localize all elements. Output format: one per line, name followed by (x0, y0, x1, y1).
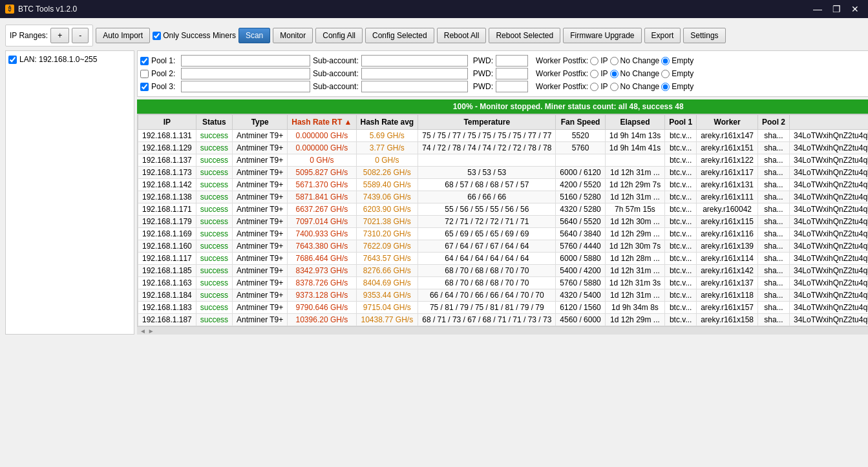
pool1-url-input[interactable]: btc.viabtc.com:3333 (181, 55, 310, 67)
col-elapsed[interactable]: Elapsed (605, 115, 664, 130)
col-temp[interactable]: Temperature (418, 115, 556, 130)
horizontal-scrollbar[interactable]: ◄ ► (137, 327, 868, 335)
pool3-url-input[interactable]: stratum.antpool.com:3333 (181, 81, 310, 92)
col-worker1[interactable]: Worker (697, 115, 758, 130)
col-worker2[interactable]: Worker (790, 115, 868, 130)
lan-item[interactable]: LAN: 192.168.1.0~255 (8, 54, 131, 65)
scan-button[interactable]: Scan (238, 28, 270, 43)
pool2-ip-radio[interactable] (590, 70, 598, 78)
pool1-nochange-radio[interactable] (610, 57, 619, 65)
pool-2-row: Pool 2: http://sha256.eu.nicehash.com:33… (140, 68, 868, 79)
only-success-section: Only Success Miners (153, 31, 236, 40)
pool1-checkbox[interactable] (140, 57, 149, 65)
auto-import-button[interactable]: Auto Import (96, 28, 150, 43)
table-row[interactable]: 192.168.1.160successAntminer T9+7643.380… (138, 240, 869, 253)
maximize-button[interactable]: ❐ (829, 4, 845, 14)
col-fan[interactable]: Fan Speed (556, 115, 605, 130)
config-selected-button[interactable]: Config Selected (365, 28, 434, 43)
table-row[interactable]: 192.168.1.171successAntminer T9+6637.267… (138, 203, 869, 216)
table-row[interactable]: 192.168.1.163successAntminer T9+8378.726… (138, 277, 869, 289)
close-button[interactable]: ✕ (847, 4, 863, 14)
pool-config: Pool 1: btc.viabtc.com:3333 Sub-account:… (137, 50, 868, 97)
pool1-pwd-input[interactable]: 123 (496, 55, 528, 67)
pool2-sub-input[interactable]: TWxihQnZ2tu4qbsFuajE1GHAE6RD19 (361, 68, 468, 79)
pool3-pwd-input[interactable]: 123 (496, 81, 528, 92)
pool3-ip-radio[interactable] (590, 83, 598, 91)
table-body: 192.168.1.131successAntminer T9+0.000000… (138, 130, 869, 326)
table-row[interactable]: 192.168.1.129successAntminer T9+0.000000… (138, 142, 869, 154)
reboot-selected-button[interactable]: Reboot Selected (489, 28, 560, 43)
table-row[interactable]: 192.168.1.117successAntminer T9+7686.464… (138, 253, 869, 265)
col-pool1[interactable]: Pool 1 (665, 115, 697, 130)
pool2-pwd-input[interactable]: 123 (496, 68, 528, 79)
table-row[interactable]: 192.168.1.187successAntminer T9+10396.20… (138, 314, 869, 326)
pool3-sub-input[interactable]: areky.r160042 (361, 81, 468, 92)
content-area: LAN: 192.168.1.0~255 Pool 1: btc.viabtc.… (3, 50, 865, 335)
pool3-worker-postfix: Worker Postfix: IP No Change Empty (536, 82, 693, 91)
lan-checkbox[interactable] (8, 56, 17, 64)
settings-button[interactable]: Settings (683, 28, 725, 43)
pool3-worker-label: Worker Postfix: (536, 82, 588, 91)
firmware-upgrade-button[interactable]: Firmware Upgrade (563, 28, 641, 43)
monitor-button[interactable]: Monitor (273, 28, 313, 43)
table-row[interactable]: 192.168.1.169successAntminer T9+7400.933… (138, 228, 869, 240)
pool1-empty-radio[interactable] (661, 57, 670, 65)
pool3-sub-label: Sub-account: (313, 82, 359, 91)
pool2-sub-label: Sub-account: (313, 69, 359, 78)
ip-ranges-label: IP Ranges: (10, 31, 48, 40)
pool3-checkbox[interactable] (140, 83, 149, 91)
table-row[interactable]: 192.168.1.131successAntminer T9+0.000000… (138, 130, 869, 142)
table-row[interactable]: 192.168.1.179successAntminer T9+7097.014… (138, 216, 869, 228)
pool2-empty-radio[interactable] (661, 70, 670, 78)
pool3-pwd-label: PWD: (473, 82, 493, 91)
col-pool2[interactable]: Pool 2 (758, 115, 790, 130)
reboot-all-button[interactable]: Reboot All (437, 28, 487, 43)
table-row[interactable]: 192.168.1.184successAntminer T9+9373.128… (138, 289, 869, 302)
pool1-empty-label: Empty (672, 56, 693, 65)
table-row[interactable]: 192.168.1.185successAntminer T9+8342.973… (138, 265, 869, 277)
only-success-checkbox[interactable] (153, 32, 161, 40)
ip-ranges-section: IP Ranges: + - (5, 25, 93, 47)
pool3-nochange-label: No Change (620, 82, 660, 91)
ip-list-panel: LAN: 192.168.1.0~255 (5, 50, 134, 335)
pool2-checkbox[interactable] (140, 70, 149, 78)
table-row[interactable]: 192.168.1.173successAntminer T9+5095.827… (138, 167, 869, 179)
remove-ip-button[interactable]: - (72, 28, 89, 43)
pool3-nochange-radio[interactable] (610, 83, 619, 91)
table-row[interactable]: 192.168.1.142successAntminer T9+5671.370… (138, 179, 869, 191)
pool1-nochange-label: No Change (620, 56, 660, 65)
pool3-empty-radio[interactable] (661, 83, 670, 91)
pool1-worker-postfix: Worker Postfix: IP No Change Empty (536, 56, 693, 65)
col-hash-rt[interactable]: Hash Rate RT ▲ (288, 115, 356, 130)
pool2-nochange-radio[interactable] (610, 70, 619, 78)
table-row[interactable]: 192.168.1.138successAntminer T9+5871.841… (138, 191, 869, 203)
export-button[interactable]: Export (644, 28, 681, 43)
pool1-label: Pool 1: (151, 56, 178, 65)
miner-table-container[interactable]: IP Status Type Hash Rate RT ▲ Hash Rate … (137, 114, 868, 327)
pool1-ip-label: IP (600, 56, 608, 65)
app-icon: ₿ (5, 5, 14, 14)
table-row[interactable]: 192.168.1.183successAntminer T9+9790.646… (138, 302, 869, 314)
pool2-url-input[interactable]: http://sha256.eu.nicehash.com:3334 (181, 68, 310, 79)
col-ip[interactable]: IP (138, 115, 196, 130)
toolbar: IP Ranges: + - Auto Import Only Success … (3, 21, 865, 50)
status-bar: 100% - Monitor stopped. Miner status cou… (137, 99, 868, 114)
pool1-ip-radio[interactable] (590, 57, 598, 65)
col-type[interactable]: Type (233, 115, 288, 130)
col-status[interactable]: Status (196, 115, 232, 130)
pool1-pwd-label: PWD: (473, 56, 493, 65)
pool2-empty-label: Empty (672, 69, 693, 78)
minimize-button[interactable]: — (809, 4, 826, 14)
col-hash-avg[interactable]: Hash Rate avg (356, 115, 418, 130)
only-success-label: Only Success Miners (163, 31, 236, 40)
pool2-worker-postfix: Worker Postfix: IP No Change Empty (536, 69, 693, 78)
add-ip-button[interactable]: + (50, 28, 69, 43)
pool1-sub-input[interactable]: areky.r160042 (361, 55, 468, 67)
table-row[interactable]: 192.168.1.137successAntminer T9+0 GH/s0 … (138, 154, 869, 167)
pool2-pwd-label: PWD: (473, 69, 493, 78)
pool3-empty-label: Empty (672, 82, 693, 91)
scroll-indicator: ◄ ► (140, 327, 154, 335)
pool2-label: Pool 2: (151, 69, 178, 78)
status-message: 100% - Monitor stopped. Miner status cou… (453, 102, 684, 111)
config-all-button[interactable]: Config All (315, 28, 363, 43)
